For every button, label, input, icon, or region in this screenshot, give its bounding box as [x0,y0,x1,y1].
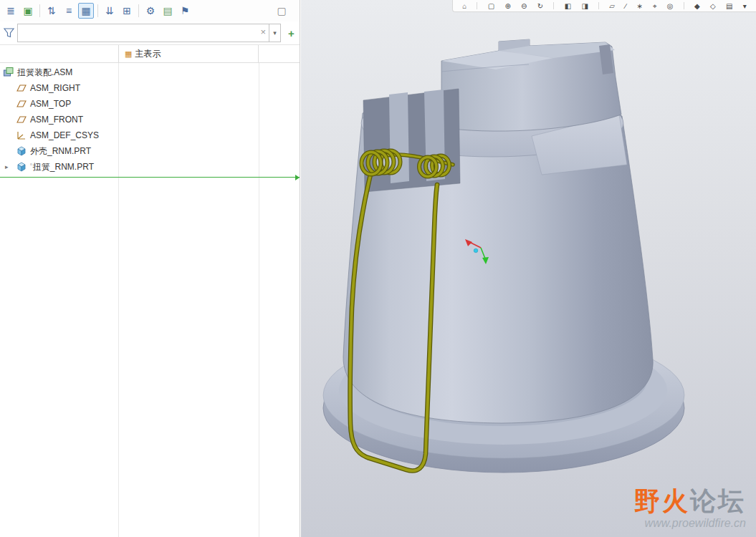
point-display-icon[interactable]: ∗ [636,1,642,11]
graphics-toolbar: ⌂ ▢ ⊕ ⊖ ↻ ◧ ◨ ▱ ∕ ∗ ⌖ ◎ ◆ ◇ ▤ ▾ [452,0,756,12]
flag-icon[interactable]: ⚑ [177,3,193,19]
watermark-brand-gray: 论坛 [690,486,746,516]
perspective-icon[interactable]: ◇ [710,1,716,11]
settings-gear-icon[interactable]: ⚙ [143,3,158,19]
toolbar-separator [138,4,139,17]
display-style-icon[interactable]: ◨ [581,1,588,11]
tree-item-label: ASM_DEF_CSYS [30,130,99,140]
expand-arrow-icon[interactable]: ▸ [3,163,16,170]
table-icon[interactable]: ⊞ [119,3,135,19]
part-icon [16,145,27,157]
zoom-out-icon[interactable]: ⊖ [521,1,527,11]
assembly-icon [3,67,14,78]
toolbar-separator [684,2,684,9]
expand-all-icon[interactable]: ⇅ [44,3,59,19]
tree-column-header: ▦ 主表示 [0,44,300,63]
column-header-label: 主表示 [135,48,161,60]
toolbar-separator [598,2,599,9]
tree-toolbar: ≣ ▣ ⇅ ≡ ▦ ⇊ ⊞ ⚙ ▤ ⚑ ▢ [0,0,300,21]
repaint-icon[interactable]: ↻ [537,1,543,11]
3d-viewport-canvas[interactable] [301,0,756,537]
model-cube-icon[interactable]: ▣ [20,3,36,19]
view-manager-icon[interactable]: ▤ [726,1,732,11]
watermark-brand-orange: 野火 [634,486,690,516]
zoom-in-icon[interactable]: ⊕ [504,1,510,11]
tree-list-icon[interactable]: ≣ [3,3,19,19]
model-housing[interactable] [343,39,653,423]
toolbar-separator [39,4,40,17]
model-tree: 扭簧装配.ASM ASM_RIGHT ASM_TOP [0,63,300,537]
watermark-url: www.proewildfire.cn [634,517,746,530]
spin-center-icon[interactable]: ◆ [694,1,700,11]
tree-item-label: 外壳_RNM.PRT [30,145,91,158]
axis-display-icon[interactable]: ∕ [625,1,626,11]
search-dropdown-icon[interactable]: ▾ [269,24,281,42]
tree-filter-icon[interactable]: ≡ [61,3,77,19]
clear-search-icon[interactable]: × [260,26,266,38]
tree-item-asm-def-csys[interactable]: ASM_DEF_CSYS [0,127,300,143]
plane-display-icon[interactable]: ▱ [609,1,615,11]
datum-plane-icon [16,98,27,110]
funnel-icon [3,26,16,39]
insert-arrow-icon [295,175,300,180]
tree-item-label: 扭簧装配.ASM [17,67,72,79]
datum-plane-icon [16,82,27,94]
tree-columns-icon[interactable]: ▦ [78,3,94,19]
zoom-box-icon[interactable]: ▢ [488,1,494,11]
representation-icon: ▦ [125,49,132,59]
tree-item-asm-right[interactable]: ASM_RIGHT [0,80,300,96]
tree-item-shell-part[interactable]: 外壳_RNM.PRT [0,143,300,159]
add-filter-button[interactable]: + [288,27,295,39]
tree-item-label: ASM_RIGHT [30,83,80,93]
annotation-display-icon[interactable]: ◎ [667,1,674,11]
creo-window: ≣ ▣ ⇅ ≡ ▦ ⇊ ⊞ ⚙ ▤ ⚑ ▢ × ▾ + [0,0,756,537]
document-icon[interactable]: ▢ [274,3,290,19]
tree-item-root-assembly[interactable]: 扭簧装配.ASM [0,64,300,80]
part-icon [16,161,27,173]
tree-item-label: 扭簧_RNM.PRT [33,161,94,173]
csys-display-icon[interactable]: ⌖ [653,1,657,11]
toolbar-separator [477,2,477,9]
shading-style-icon[interactable]: ◧ [565,1,571,11]
toolbar-separator [553,2,554,9]
layers-icon[interactable]: ▤ [160,3,176,19]
refit-icon[interactable]: ⌂ [462,1,466,11]
tree-item-label: ASM_TOP [30,99,71,109]
tree-filter-bar: × ▾ + [0,21,300,44]
more-dropdown-icon[interactable]: ▾ [743,1,747,11]
datum-plane-icon [16,114,27,125]
model-tree-panel: ≣ ▣ ⇅ ≡ ▦ ⇊ ⊞ ⚙ ▤ ⚑ ▢ × ▾ + [0,0,300,537]
search-input[interactable] [17,24,269,42]
forum-watermark: 野火论坛 www.proewildfire.cn [634,487,746,530]
sort-icon[interactable]: ⇊ [102,3,118,19]
insert-indicator[interactable] [0,177,300,178]
tree-item-asm-front[interactable]: ASM_FRONT [0,112,300,127]
csys-icon [16,130,27,141]
tree-item-asm-top[interactable]: ASM_TOP [0,96,300,112]
graphics-area[interactable]: ⌂ ▢ ⊕ ⊖ ↻ ◧ ◨ ▱ ∕ ∗ ⌖ ◎ ◆ ◇ ▤ ▾ 野火论坛 www… [301,0,756,537]
annotation-marker: ▫ [30,161,32,168]
tree-item-spring-part[interactable]: ▸ ▫ 扭簧_RNM.PRT [0,159,300,175]
column-header-main-rep[interactable]: ▦ 主表示 [118,45,259,62]
tree-item-label: ASM_FRONT [30,115,83,125]
toolbar-separator [97,4,98,17]
